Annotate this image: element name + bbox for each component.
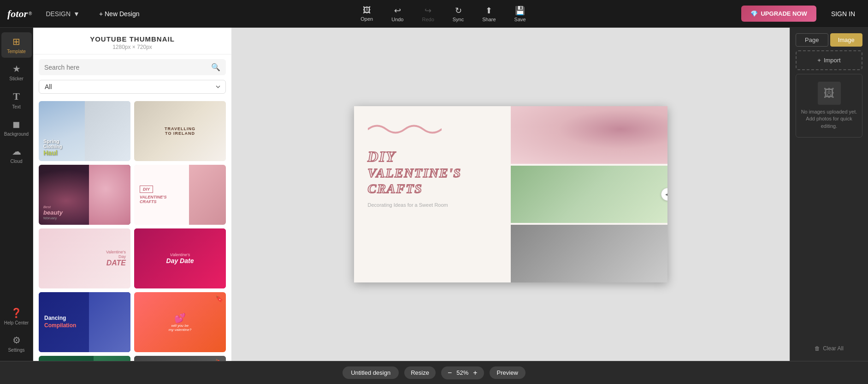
template-panel: YOUTUBE THUMBNAIL 1280px × 720px 🔍 All F… (33, 28, 231, 361)
zoom-out-button[interactable]: − (448, 369, 452, 377)
template-card[interactable]: 🔖 💕 will you be my valentine? (134, 292, 226, 352)
logo: fotor® (7, 8, 32, 20)
settings-icon: ⚙ (12, 335, 21, 346)
bottom-bar: Untitled design Resize − 52% + Preview (0, 361, 868, 384)
sticker-icon: ★ (12, 63, 21, 74)
new-design-button[interactable]: + New Design (94, 7, 145, 20)
main-content: ⊞ Template ★ Sticker T Text ◼ Background… (0, 28, 868, 361)
template-panel-subtitle: 1280px × 720px (41, 44, 224, 50)
trash-icon: 🗑 (815, 345, 820, 352)
canvas-subtitle: Decorating Ideas for a Sweet Room (368, 202, 502, 208)
template-grid: Spring Clothing Haul TRAVELLING TO IRELA… (33, 97, 231, 361)
save-action[interactable]: 💾 Save (511, 4, 530, 24)
bookmark-icon: 🔖 (215, 295, 223, 302)
template-card[interactable]: Valentine's Day DATE (39, 228, 130, 288)
sidebar-item-text[interactable]: T Text (1, 87, 32, 113)
canvas-right (511, 106, 667, 282)
design-button[interactable]: DESIGN ▼ (41, 7, 84, 20)
sidebar-item-settings[interactable]: ⚙ Settings (1, 331, 32, 356)
template-card[interactable]: DIY VALENTINE'S CRAFTS (134, 165, 226, 225)
template-panel-header: YOUTUBE THUMBNAIL 1280px × 720px (33, 28, 231, 54)
search-icon: 🔍 (211, 63, 220, 72)
template-card[interactable]: Spring Clothing Haul (39, 101, 130, 161)
bookmark-icon: 🔖 (215, 359, 223, 361)
save-icon: 💾 (515, 6, 525, 16)
undo-action[interactable]: ↩ Undo (388, 4, 407, 24)
filter-select[interactable]: All Free Premium (39, 80, 226, 94)
zoom-percentage: 52% (456, 369, 468, 376)
background-icon: ◼ (12, 119, 20, 130)
redo-action[interactable]: ↪ Redo (418, 4, 437, 24)
canvas-title-line2: VALENTINE'S (368, 165, 502, 181)
resize-button[interactable]: Resize (404, 366, 436, 379)
right-panel-tabs: Page Image (796, 33, 862, 47)
right-panel: Page Image + Import 🖼 No images uploaded… (790, 28, 868, 361)
sidebar-item-sticker[interactable]: ★ Sticker (1, 60, 32, 85)
template-card[interactable]: Best beauty february (39, 165, 130, 225)
canvas-left: DIY VALENTINE'S CRAFTS Decorating Ideas … (354, 106, 511, 282)
template-card[interactable]: 🔖 BACK TO SCHOOL Shopping (134, 356, 226, 361)
canvas-image-top (511, 106, 667, 164)
design-name[interactable]: Untitled design (342, 366, 399, 379)
no-images-text: No images uploaded yet. Add photos for q… (800, 108, 858, 130)
sidebar-item-cloud[interactable]: ☁ Cloud (1, 142, 32, 168)
open-icon: 🖼 (363, 6, 371, 15)
canvas[interactable]: DIY VALENTINE'S CRAFTS Decorating Ideas … (354, 106, 667, 282)
open-action[interactable]: 🖼 Open (357, 4, 377, 24)
canvas-image-mid (511, 166, 667, 223)
upgrade-button[interactable]: 💎 UPGRADE NOW (741, 6, 816, 22)
canvas-squiggle (368, 120, 442, 138)
template-panel-title: YOUTUBE THUMBNAIL (41, 35, 224, 43)
canvas-area: DIY VALENTINE'S CRAFTS Decorating Ideas … (231, 28, 790, 361)
preview-button[interactable]: Preview (490, 366, 526, 379)
sync-action[interactable]: ↻ Sync (449, 4, 467, 24)
template-card[interactable]: TRAVELLING TO IRELAND (134, 101, 226, 161)
import-button[interactable]: + Import (796, 50, 862, 70)
signin-button[interactable]: SIGN IN (826, 6, 861, 21)
template-card[interactable]: WHY FILTERS MATTER (39, 356, 130, 361)
canvas-title-line1: DIY (368, 148, 502, 165)
zoom-in-button[interactable]: + (473, 369, 477, 377)
sidebar-item-helpcenter[interactable]: ❓ Help Center (1, 304, 32, 329)
sidebar-item-background[interactable]: ◼ Background (1, 115, 32, 140)
tab-page[interactable]: Page (796, 33, 828, 47)
tab-image[interactable]: Image (830, 33, 863, 47)
clear-all-button[interactable]: 🗑 Clear All (811, 342, 847, 355)
top-actions: 🖼 Open ↩ Undo ↪ Redo ↻ Sync ⬆ Share 💾 Sa… (154, 4, 732, 24)
share-icon: ⬆ (485, 6, 492, 16)
cloud-icon: ☁ (12, 146, 21, 157)
help-icon: ❓ (11, 307, 22, 318)
filter-row: All Free Premium (39, 80, 226, 94)
search-input[interactable] (44, 64, 207, 71)
canvas-image-bot (511, 225, 667, 282)
share-action[interactable]: ⬆ Share (478, 4, 499, 24)
search-bar: 🔍 (39, 59, 226, 75)
plus-icon: + (817, 57, 821, 64)
template-icon: ⊞ (12, 36, 20, 47)
undo-icon: ↩ (394, 6, 401, 16)
sync-icon: ↻ (455, 6, 462, 16)
template-card[interactable]: Dancing Compilation (39, 292, 130, 352)
template-card[interactable]: Valentine's Day Date (134, 228, 226, 288)
top-bar: fotor® DESIGN ▼ + New Design 🖼 Open ↩ Un… (0, 0, 868, 28)
sidebar-item-template[interactable]: ⊞ Template (1, 32, 32, 58)
zoom-controls: − 52% + (441, 366, 484, 379)
canvas-title-line3: CRAFTS (368, 181, 502, 197)
text-icon: T (13, 90, 20, 102)
sidebar: ⊞ Template ★ Sticker T Text ◼ Background… (0, 28, 33, 361)
no-images-icon: 🖼 (818, 82, 841, 105)
redo-icon: ↪ (425, 6, 431, 16)
no-images-box: 🖼 No images uploaded yet. Add photos for… (796, 74, 862, 138)
